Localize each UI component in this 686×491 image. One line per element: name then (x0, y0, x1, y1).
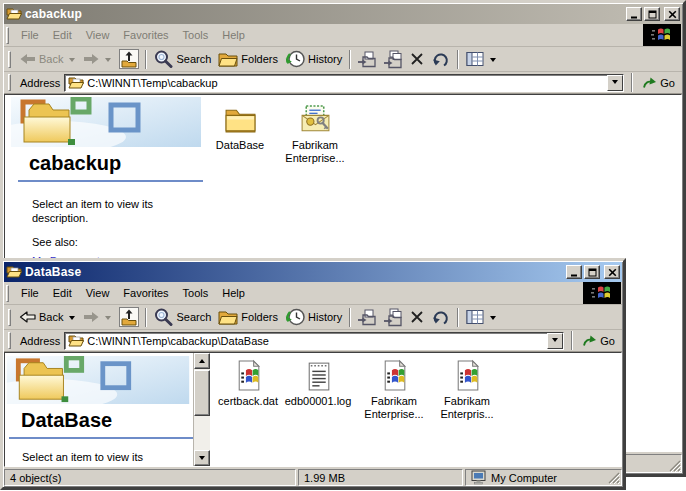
maximize-button[interactable] (584, 265, 600, 279)
certificate-icon (299, 103, 332, 136)
resize-grip[interactable] (607, 471, 620, 484)
close-button[interactable] (664, 7, 680, 21)
address-dropdown-button[interactable] (547, 333, 563, 349)
minimize-button[interactable] (566, 265, 582, 279)
delete-x-icon (409, 309, 425, 325)
history-icon (285, 307, 305, 327)
address-label: Address (20, 77, 60, 89)
menu-tools[interactable]: Tools (176, 26, 216, 44)
window-title: DataBase (25, 265, 563, 279)
copy-to-button[interactable] (380, 48, 406, 70)
go-button[interactable]: Go (580, 331, 620, 351)
back-arrow-icon (19, 311, 36, 323)
up-button[interactable] (116, 48, 142, 70)
views-button[interactable] (462, 48, 501, 70)
views-dropdown-icon[interactable] (490, 58, 496, 65)
address-input[interactable]: C:\WINNT\Temp\cabackup\DataBase (64, 332, 564, 350)
close-icon (668, 10, 677, 19)
menu-edit[interactable]: Edit (46, 284, 79, 302)
views-icon (465, 307, 485, 327)
views-button[interactable] (462, 306, 501, 328)
toolbar-grip[interactable] (8, 309, 11, 326)
addressbar-grip[interactable] (8, 332, 11, 349)
menu-view[interactable]: View (79, 284, 117, 302)
back-dropdown-icon[interactable] (69, 316, 75, 323)
file-edb-log[interactable]: edb00001.log (280, 359, 356, 408)
delete-x-icon (409, 51, 425, 67)
address-bar: Address C:\WINNT\Temp\cabackup Go (4, 72, 682, 94)
menu-tools[interactable]: Tools (176, 284, 216, 302)
file-fabrikam-1[interactable]: Fabrikam Enterprise... (356, 359, 432, 421)
file-fabrikam-certificate[interactable]: Fabrikam Enterprise... (277, 103, 353, 165)
menu-help[interactable]: Help (215, 26, 252, 44)
file-database[interactable]: DataBase (202, 103, 278, 152)
menu-help[interactable]: Help (215, 284, 252, 302)
forward-dropdown-icon[interactable] (105, 316, 111, 323)
log-file-icon (302, 359, 335, 392)
address-dropdown-button[interactable] (607, 75, 623, 91)
forward-button[interactable] (80, 306, 116, 328)
maximize-icon (588, 268, 597, 277)
folders-icon (218, 307, 238, 327)
my-computer-icon (471, 470, 487, 485)
close-button[interactable] (604, 265, 620, 279)
folder-content-database: DataBase Select an item to view its desc… (4, 352, 622, 467)
menubar-grip[interactable] (6, 27, 9, 44)
file-fabrikam-2[interactable]: Fabrikam Enterpris... (429, 359, 505, 421)
windows-logo-icon (583, 282, 621, 304)
move-to-button[interactable] (354, 48, 380, 70)
menubar-grip[interactable] (6, 285, 9, 302)
folders-button[interactable]: Folders (215, 48, 282, 70)
toolbar-grip[interactable] (8, 51, 11, 68)
forward-button[interactable] (80, 48, 116, 70)
copy-to-button[interactable] (380, 306, 406, 328)
up-button[interactable] (116, 306, 142, 328)
delete-button[interactable] (406, 306, 428, 328)
undo-button[interactable] (428, 48, 454, 70)
undo-icon (431, 49, 451, 69)
menu-file[interactable]: File (14, 284, 46, 302)
address-path[interactable]: C:\WINNT\Temp\cabackup (87, 77, 604, 89)
folders-icon (218, 49, 238, 69)
addressbar-grip[interactable] (8, 74, 11, 91)
search-button[interactable]: Search (150, 48, 215, 70)
status-object-count: 4 object(s) (4, 469, 296, 486)
back-button[interactable]: Back (16, 48, 80, 70)
history-button[interactable]: History (282, 48, 346, 70)
titlebar-database[interactable]: DataBase (4, 262, 622, 282)
toolbar-separator (457, 50, 459, 69)
forward-dropdown-icon[interactable] (105, 58, 111, 65)
menu-view[interactable]: View (79, 26, 117, 44)
up-folder-icon (119, 307, 139, 327)
menu-edit[interactable]: Edit (46, 26, 79, 44)
views-dropdown-icon[interactable] (490, 316, 496, 323)
resize-grip[interactable] (668, 459, 681, 472)
menu-file[interactable]: File (14, 26, 46, 44)
address-path[interactable]: C:\WINNT\Temp\cabackup\DataBase (87, 335, 544, 347)
close-icon (608, 268, 617, 277)
history-button[interactable]: History (282, 306, 346, 328)
address-input[interactable]: C:\WINNT\Temp\cabackup (64, 74, 624, 92)
menu-favorites[interactable]: Favorites (116, 284, 175, 302)
menu-favorites[interactable]: Favorites (116, 26, 175, 44)
undo-button[interactable] (428, 306, 454, 328)
back-button[interactable]: Back (16, 306, 80, 328)
delete-button[interactable] (406, 48, 428, 70)
file-certback[interactable]: certback.dat (210, 359, 286, 408)
back-dropdown-icon[interactable] (69, 58, 75, 65)
minimize-button[interactable] (626, 7, 642, 21)
copy-to-icon (383, 49, 403, 69)
status-size: 1.99 MB (298, 469, 463, 486)
move-to-button[interactable] (354, 306, 380, 328)
toolbar-separator (349, 308, 351, 327)
folders-button[interactable]: Folders (215, 306, 282, 328)
menu-bar: File Edit View Favorites Tools Help (4, 24, 682, 47)
search-button[interactable]: Search (150, 306, 215, 328)
copy-to-icon (383, 307, 403, 327)
maximize-button[interactable] (644, 7, 660, 21)
desktop: cabackup File Edit View Favorites Tools … (0, 0, 686, 491)
titlebar-cabackup[interactable]: cabackup (4, 4, 682, 24)
address-label: Address (20, 335, 60, 347)
forward-arrow-icon (83, 311, 100, 323)
go-button[interactable]: Go (640, 73, 680, 93)
